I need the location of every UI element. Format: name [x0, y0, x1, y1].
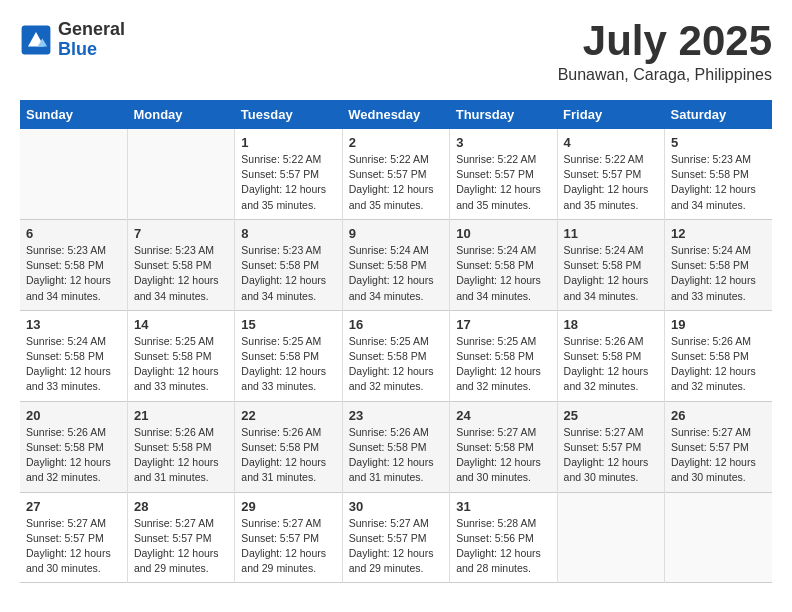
- day-info: Sunrise: 5:26 AM Sunset: 5:58 PM Dayligh…: [241, 425, 335, 486]
- day-info: Sunrise: 5:24 AM Sunset: 5:58 PM Dayligh…: [671, 243, 766, 304]
- cell-w5-d2: 29Sunrise: 5:27 AM Sunset: 5:57 PM Dayli…: [235, 492, 342, 583]
- cell-w3-d4: 17Sunrise: 5:25 AM Sunset: 5:58 PM Dayli…: [450, 310, 557, 401]
- logo-general: General: [58, 20, 125, 40]
- day-number: 22: [241, 408, 335, 423]
- day-number: 17: [456, 317, 550, 332]
- day-info: Sunrise: 5:27 AM Sunset: 5:57 PM Dayligh…: [26, 516, 121, 577]
- location-title: Bunawan, Caraga, Philippines: [558, 66, 772, 84]
- cell-w3-d2: 15Sunrise: 5:25 AM Sunset: 5:58 PM Dayli…: [235, 310, 342, 401]
- day-number: 13: [26, 317, 121, 332]
- cell-w4-d0: 20Sunrise: 5:26 AM Sunset: 5:58 PM Dayli…: [20, 401, 127, 492]
- month-title: July 2025: [558, 20, 772, 62]
- day-number: 27: [26, 499, 121, 514]
- cell-w1-d5: 4Sunrise: 5:22 AM Sunset: 5:57 PM Daylig…: [557, 129, 664, 219]
- cell-w4-d4: 24Sunrise: 5:27 AM Sunset: 5:58 PM Dayli…: [450, 401, 557, 492]
- cell-w3-d6: 19Sunrise: 5:26 AM Sunset: 5:58 PM Dayli…: [665, 310, 772, 401]
- header-friday: Friday: [557, 100, 664, 129]
- header-saturday: Saturday: [665, 100, 772, 129]
- cell-w1-d2: 1Sunrise: 5:22 AM Sunset: 5:57 PM Daylig…: [235, 129, 342, 219]
- cell-w3-d5: 18Sunrise: 5:26 AM Sunset: 5:58 PM Dayli…: [557, 310, 664, 401]
- day-number: 1: [241, 135, 335, 150]
- cell-w4-d2: 22Sunrise: 5:26 AM Sunset: 5:58 PM Dayli…: [235, 401, 342, 492]
- day-info: Sunrise: 5:27 AM Sunset: 5:57 PM Dayligh…: [564, 425, 658, 486]
- day-info: Sunrise: 5:23 AM Sunset: 5:58 PM Dayligh…: [134, 243, 228, 304]
- cell-w2-d1: 7Sunrise: 5:23 AM Sunset: 5:58 PM Daylig…: [127, 219, 234, 310]
- cell-w5-d6: [665, 492, 772, 583]
- cell-w4-d1: 21Sunrise: 5:26 AM Sunset: 5:58 PM Dayli…: [127, 401, 234, 492]
- cell-w5-d1: 28Sunrise: 5:27 AM Sunset: 5:57 PM Dayli…: [127, 492, 234, 583]
- cell-w4-d5: 25Sunrise: 5:27 AM Sunset: 5:57 PM Dayli…: [557, 401, 664, 492]
- cell-w2-d3: 9Sunrise: 5:24 AM Sunset: 5:58 PM Daylig…: [342, 219, 449, 310]
- day-info: Sunrise: 5:22 AM Sunset: 5:57 PM Dayligh…: [456, 152, 550, 213]
- day-number: 5: [671, 135, 766, 150]
- logo-text: General Blue: [58, 20, 125, 60]
- day-number: 31: [456, 499, 550, 514]
- cell-w5-d3: 30Sunrise: 5:27 AM Sunset: 5:57 PM Dayli…: [342, 492, 449, 583]
- day-number: 7: [134, 226, 228, 241]
- day-number: 2: [349, 135, 443, 150]
- day-info: Sunrise: 5:24 AM Sunset: 5:58 PM Dayligh…: [349, 243, 443, 304]
- day-number: 20: [26, 408, 121, 423]
- day-number: 15: [241, 317, 335, 332]
- day-number: 16: [349, 317, 443, 332]
- day-number: 9: [349, 226, 443, 241]
- day-info: Sunrise: 5:27 AM Sunset: 5:57 PM Dayligh…: [349, 516, 443, 577]
- cell-w2-d5: 11Sunrise: 5:24 AM Sunset: 5:58 PM Dayli…: [557, 219, 664, 310]
- day-number: 11: [564, 226, 658, 241]
- logo-icon: [20, 24, 52, 56]
- week-row-3: 13Sunrise: 5:24 AM Sunset: 5:58 PM Dayli…: [20, 310, 772, 401]
- page-header: General Blue July 2025 Bunawan, Caraga, …: [20, 20, 772, 84]
- cell-w2-d4: 10Sunrise: 5:24 AM Sunset: 5:58 PM Dayli…: [450, 219, 557, 310]
- day-number: 30: [349, 499, 443, 514]
- day-number: 6: [26, 226, 121, 241]
- cell-w1-d1: [127, 129, 234, 219]
- cell-w5-d0: 27Sunrise: 5:27 AM Sunset: 5:57 PM Dayli…: [20, 492, 127, 583]
- day-number: 25: [564, 408, 658, 423]
- cell-w4-d3: 23Sunrise: 5:26 AM Sunset: 5:58 PM Dayli…: [342, 401, 449, 492]
- day-info: Sunrise: 5:26 AM Sunset: 5:58 PM Dayligh…: [349, 425, 443, 486]
- day-info: Sunrise: 5:27 AM Sunset: 5:57 PM Dayligh…: [134, 516, 228, 577]
- day-info: Sunrise: 5:26 AM Sunset: 5:58 PM Dayligh…: [134, 425, 228, 486]
- day-info: Sunrise: 5:25 AM Sunset: 5:58 PM Dayligh…: [456, 334, 550, 395]
- cell-w2-d6: 12Sunrise: 5:24 AM Sunset: 5:58 PM Dayli…: [665, 219, 772, 310]
- day-info: Sunrise: 5:27 AM Sunset: 5:58 PM Dayligh…: [456, 425, 550, 486]
- header-thursday: Thursday: [450, 100, 557, 129]
- day-info: Sunrise: 5:26 AM Sunset: 5:58 PM Dayligh…: [671, 334, 766, 395]
- day-number: 23: [349, 408, 443, 423]
- week-row-5: 27Sunrise: 5:27 AM Sunset: 5:57 PM Dayli…: [20, 492, 772, 583]
- day-number: 10: [456, 226, 550, 241]
- week-row-4: 20Sunrise: 5:26 AM Sunset: 5:58 PM Dayli…: [20, 401, 772, 492]
- cell-w5-d4: 31Sunrise: 5:28 AM Sunset: 5:56 PM Dayli…: [450, 492, 557, 583]
- day-info: Sunrise: 5:24 AM Sunset: 5:58 PM Dayligh…: [564, 243, 658, 304]
- week-row-2: 6Sunrise: 5:23 AM Sunset: 5:58 PM Daylig…: [20, 219, 772, 310]
- cell-w2-d2: 8Sunrise: 5:23 AM Sunset: 5:58 PM Daylig…: [235, 219, 342, 310]
- cell-w3-d0: 13Sunrise: 5:24 AM Sunset: 5:58 PM Dayli…: [20, 310, 127, 401]
- day-info: Sunrise: 5:25 AM Sunset: 5:58 PM Dayligh…: [134, 334, 228, 395]
- cell-w3-d3: 16Sunrise: 5:25 AM Sunset: 5:58 PM Dayli…: [342, 310, 449, 401]
- day-info: Sunrise: 5:26 AM Sunset: 5:58 PM Dayligh…: [26, 425, 121, 486]
- cell-w1-d6: 5Sunrise: 5:23 AM Sunset: 5:58 PM Daylig…: [665, 129, 772, 219]
- day-info: Sunrise: 5:22 AM Sunset: 5:57 PM Dayligh…: [564, 152, 658, 213]
- day-info: Sunrise: 5:22 AM Sunset: 5:57 PM Dayligh…: [349, 152, 443, 213]
- day-number: 21: [134, 408, 228, 423]
- day-number: 26: [671, 408, 766, 423]
- day-number: 28: [134, 499, 228, 514]
- header-tuesday: Tuesday: [235, 100, 342, 129]
- day-number: 8: [241, 226, 335, 241]
- cell-w3-d1: 14Sunrise: 5:25 AM Sunset: 5:58 PM Dayli…: [127, 310, 234, 401]
- day-number: 29: [241, 499, 335, 514]
- day-number: 19: [671, 317, 766, 332]
- day-info: Sunrise: 5:25 AM Sunset: 5:58 PM Dayligh…: [241, 334, 335, 395]
- day-number: 18: [564, 317, 658, 332]
- header-row: Sunday Monday Tuesday Wednesday Thursday…: [20, 100, 772, 129]
- header-sunday: Sunday: [20, 100, 127, 129]
- day-info: Sunrise: 5:23 AM Sunset: 5:58 PM Dayligh…: [671, 152, 766, 213]
- day-info: Sunrise: 5:22 AM Sunset: 5:57 PM Dayligh…: [241, 152, 335, 213]
- day-info: Sunrise: 5:25 AM Sunset: 5:58 PM Dayligh…: [349, 334, 443, 395]
- calendar-table: Sunday Monday Tuesday Wednesday Thursday…: [20, 100, 772, 583]
- day-number: 4: [564, 135, 658, 150]
- day-number: 24: [456, 408, 550, 423]
- header-monday: Monday: [127, 100, 234, 129]
- day-info: Sunrise: 5:23 AM Sunset: 5:58 PM Dayligh…: [241, 243, 335, 304]
- cell-w1-d3: 2Sunrise: 5:22 AM Sunset: 5:57 PM Daylig…: [342, 129, 449, 219]
